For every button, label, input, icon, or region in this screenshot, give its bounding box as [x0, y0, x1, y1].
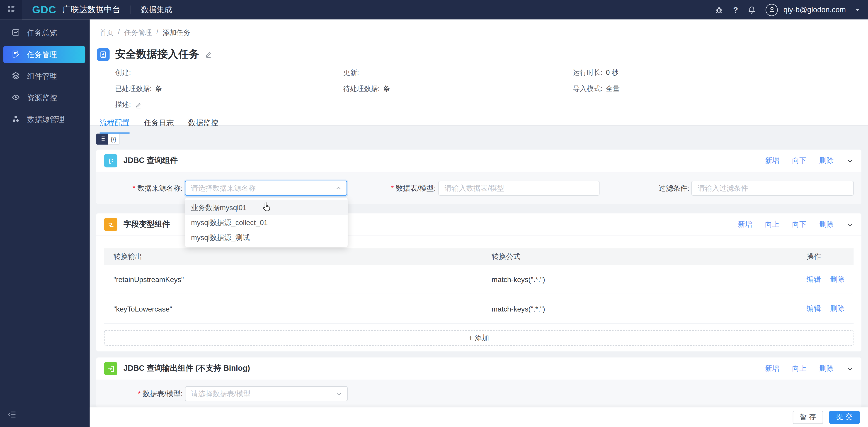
code-view-label: {/}: [111, 136, 116, 142]
info-import-mode: 导入模式:全量: [573, 84, 620, 94]
collapse-section-icon[interactable]: [846, 157, 854, 164]
app-header: GDC 广联达数据中台 数据集成 ?: [0, 0, 868, 19]
transform-table-wrap: 转换输出 转换公式 操作 "retainUpstreamKeys" match-…: [96, 236, 861, 351]
user-email[interactable]: qiy-b@glodon.com: [783, 5, 846, 14]
jdbc-output-section: JDBC 查询输出组件 (不支持 Binlog) 新增 向上 删除 数据表/模型…: [96, 357, 861, 407]
sidebar-collapse-icon[interactable]: [8, 410, 17, 421]
sidebar-item-label: 任务管理: [27, 50, 57, 60]
header-right: ? qiy-b@glodon.com: [715, 4, 860, 16]
list-icon: [99, 134, 105, 144]
save-draft-button[interactable]: 暂存: [793, 411, 823, 424]
header-divider: [130, 5, 131, 14]
add-transform-button[interactable]: + 添加: [104, 330, 854, 346]
sidebar-item-components[interactable]: 组件管理: [0, 65, 90, 87]
edit-description-icon[interactable]: [135, 102, 143, 109]
add-component-link[interactable]: 新增: [765, 364, 780, 373]
page-title: 安全数据接入任务: [115, 47, 199, 62]
move-up-link[interactable]: 向上: [765, 219, 780, 229]
edit-row-link[interactable]: 编辑: [807, 275, 821, 283]
task-info: 创建: 更新: 运行时长:0 秒 已处理数据:条 待处理数据:条: [115, 68, 861, 110]
tab-data-monitor[interactable]: 数据监控: [188, 118, 218, 134]
section-title: JDBC 查询输出组件 (不支持 Binlog): [124, 364, 250, 373]
chevron-up-icon: [336, 185, 342, 191]
gdc-logo: GDC: [32, 4, 56, 16]
bell-icon[interactable]: [747, 5, 756, 14]
chevron-down-icon[interactable]: [855, 9, 860, 13]
transform-formula-cell: match-keys(".*."): [492, 305, 807, 313]
bug-icon[interactable]: [715, 5, 724, 14]
dropdown-option[interactable]: mysql数据源_测试: [185, 230, 348, 245]
list-view-button[interactable]: [96, 134, 108, 145]
move-down-link[interactable]: 向下: [792, 219, 807, 229]
module-name: 数据集成: [141, 5, 172, 15]
monitor-icon: [11, 93, 20, 103]
filter-condition-input[interactable]: 请输入过滤条件: [692, 180, 854, 196]
info-created: 创建:: [115, 68, 343, 78]
field-transform-icon: [104, 218, 117, 231]
output-table-select[interactable]: 请选择数据表/模型: [185, 386, 348, 401]
user-avatar[interactable]: [766, 4, 778, 16]
dropdown-option[interactable]: mysql数据源_collect_01: [185, 215, 348, 230]
datasource-dropdown: 业务数据mysql01 mysql数据源_collect_01 mysql数据源…: [185, 198, 348, 247]
delete-component-link[interactable]: 删除: [819, 364, 834, 373]
move-up-link[interactable]: 向上: [792, 364, 807, 373]
breadcrumb-task-manage[interactable]: 任务管理: [124, 28, 152, 38]
submit-button[interactable]: 提交: [829, 411, 860, 424]
collapse-section-icon[interactable]: [846, 221, 854, 228]
tab-flow-config[interactable]: 流程配置: [100, 118, 130, 134]
sidebar-item-task-overview[interactable]: 任务总览: [0, 22, 90, 44]
jdbc-query-section: JDBC 查询组件 新增 向下 删除 数据来源名称: 请选择数据来源名称: [96, 150, 861, 204]
breadcrumb-separator: /: [118, 28, 120, 38]
app-root: GDC 广联达数据中台 数据集成 ?: [0, 0, 868, 427]
info-description: 描述:: [115, 100, 861, 110]
datasource-name-select[interactable]: 请选择数据来源名称: [185, 180, 347, 196]
jdbc-output-header: JDBC 查询输出组件 (不支持 Binlog) 新增 向上 删除: [96, 357, 861, 380]
edit-row-link[interactable]: 编辑: [807, 304, 821, 313]
dropdown-option[interactable]: 业务数据mysql01: [185, 200, 348, 215]
datasource-name-label: 数据来源名称:: [104, 183, 182, 193]
jdbc-output-icon: [104, 362, 117, 375]
delete-component-link[interactable]: 删除: [819, 155, 834, 166]
datasource-icon: [11, 114, 20, 124]
move-down-link[interactable]: 向下: [792, 155, 807, 166]
table-header-row: 转换输出 转换公式 操作: [104, 248, 854, 265]
transform-formula-cell: match-keys(".*."): [492, 275, 807, 284]
components-icon: [11, 71, 20, 81]
sidebar: 任务总览 任务管理 组: [0, 19, 90, 427]
sidebar-item-monitor[interactable]: 资源监控: [0, 87, 90, 109]
delete-component-link[interactable]: 删除: [819, 219, 834, 229]
col-operations: 操作: [807, 252, 853, 262]
main-menu-button[interactable]: [0, 0, 22, 19]
breadcrumb-separator: /: [156, 28, 158, 38]
breadcrumb-current: 添加任务: [163, 28, 190, 38]
jdbc-query-header: JDBC 查询组件 新增 向下 删除: [96, 150, 861, 172]
sidebar-item-label: 数据源管理: [27, 114, 65, 124]
add-component-link[interactable]: 新增: [765, 155, 780, 166]
col-transform-output: 转换输出: [104, 252, 492, 262]
info-processed: 已处理数据:条: [115, 84, 343, 94]
section-actions: 新增 向上 删除: [765, 364, 854, 373]
info-updated: 更新:: [343, 68, 573, 78]
code-view-button[interactable]: {/}: [108, 134, 119, 145]
tab-task-log[interactable]: 任务日志: [144, 118, 174, 134]
edit-title-icon[interactable]: [205, 50, 213, 58]
task-header-panel: 首页 / 任务管理 / 添加任务 安全数据接入任务: [90, 19, 868, 126]
delete-row-link[interactable]: 删除: [830, 304, 845, 313]
help-icon[interactable]: ?: [733, 5, 738, 14]
section-title: 字段变型组件: [124, 219, 170, 229]
layout-grid-icon: [7, 4, 16, 15]
data-table-input[interactable]: 请输入数据表/模型: [438, 180, 599, 196]
sidebar-item-datasource[interactable]: 数据源管理: [0, 109, 90, 130]
delete-row-link[interactable]: 删除: [830, 275, 845, 283]
output-table-label: 数据表/模型:: [104, 389, 183, 399]
info-runtime: 运行时长:0 秒: [573, 68, 618, 78]
task-manage-icon: [11, 50, 20, 60]
product-title: 广联达数据中台: [62, 4, 120, 15]
section-actions: 新增 向下 删除: [765, 155, 854, 166]
task-title-row: 安全数据接入任务: [97, 47, 861, 62]
collapse-section-icon[interactable]: [846, 365, 854, 372]
data-table-label: 数据表/模型:: [347, 183, 436, 193]
breadcrumb-home[interactable]: 首页: [100, 28, 114, 38]
sidebar-item-task-manage[interactable]: 任务管理: [3, 46, 86, 63]
add-component-link[interactable]: 新增: [738, 219, 752, 229]
